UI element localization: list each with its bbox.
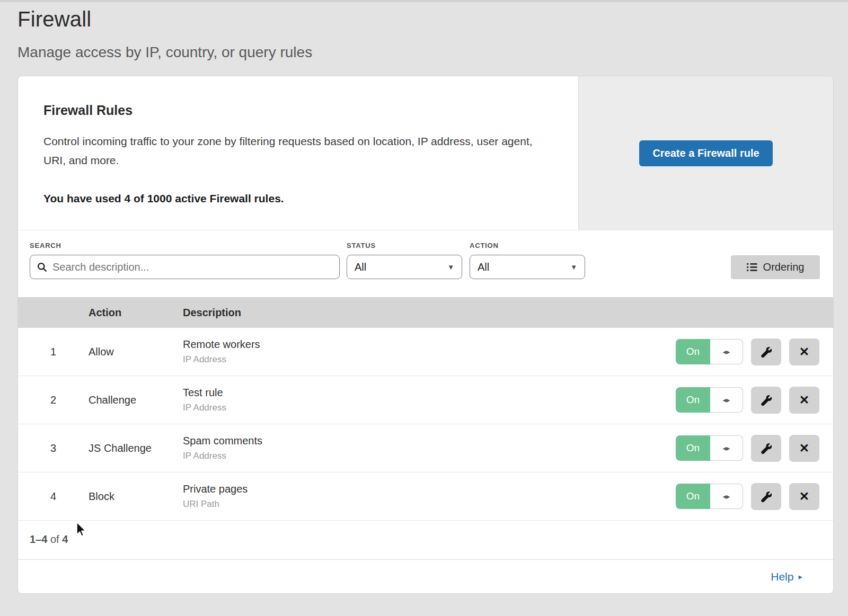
action-select[interactable]: All ▼ (470, 255, 585, 279)
resize-horizontal-icon: ◂▸ (710, 435, 743, 461)
delete-rule-button[interactable]: ✕ (789, 483, 819, 510)
rule-description-cell: Spam comments IP Address (183, 435, 676, 461)
status-select[interactable]: All ▼ (347, 255, 462, 279)
chevron-down-icon: ▼ (447, 263, 454, 271)
search-label: SEARCH (30, 242, 340, 249)
rules-title: Firewall Rules (43, 103, 553, 118)
rule-controls: On ◂▸ ✕ (676, 435, 819, 462)
rule-priority: 3 (18, 442, 89, 454)
rule-controls: On ◂▸ ✕ (676, 387, 819, 414)
rule-enabled-toggle[interactable]: On ◂▸ (676, 435, 743, 461)
page-subtitle: Manage access by IP, country, or query r… (17, 44, 848, 61)
wrench-icon (761, 346, 772, 358)
ordering-button-label: Ordering (763, 261, 805, 273)
action-label: ACTION (470, 242, 585, 249)
edit-rule-button[interactable] (751, 387, 781, 414)
action-selected-value: All (478, 261, 489, 273)
search-box[interactable] (30, 255, 340, 279)
edit-rule-button[interactable] (751, 435, 781, 462)
pagination-status: 1–4 of 4 (18, 521, 833, 559)
status-filter-group: STATUS All ▼ (347, 242, 462, 279)
status-label: STATUS (347, 242, 462, 249)
table-row: 4 Block Private pages URI Path On ◂▸ ✕ (18, 472, 833, 521)
resize-horizontal-icon: ◂▸ (710, 484, 743, 509)
rule-description-cell: Private pages URI Path (183, 483, 676, 510)
pagination-total: 4 (62, 533, 68, 545)
table-row: 2 Challenge Test rule IP Address On ◂▸ ✕ (18, 376, 833, 424)
delete-rule-button[interactable]: ✕ (789, 435, 819, 462)
ordering-button[interactable]: Ordering (731, 255, 820, 279)
rule-priority: 4 (18, 490, 89, 503)
rules-description: Control incoming traffic to your zone by… (43, 132, 552, 170)
toggle-on-state: On (676, 339, 710, 364)
rules-usage-count: You have used 4 of 1000 active Firewall … (43, 192, 553, 205)
action-filter-group: ACTION All ▼ (470, 242, 585, 279)
help-link-label: Help (771, 570, 793, 583)
rule-description: Test rule (183, 387, 676, 399)
x-icon: ✕ (799, 489, 809, 504)
rule-match-type: URI Path (183, 499, 676, 510)
help-bar: Help ▸ (18, 559, 833, 593)
edit-rule-button[interactable] (751, 338, 781, 365)
toggle-on-state: On (676, 387, 710, 413)
wrench-icon (761, 443, 772, 454)
table-header: Action Description (18, 297, 833, 328)
wrench-icon (761, 395, 772, 406)
rule-description-cell: Remote workers IP Address (183, 338, 676, 365)
page-header: Firewall Manage access by IP, country, o… (0, 2, 848, 61)
x-icon: ✕ (799, 345, 809, 359)
search-input[interactable] (52, 261, 333, 273)
table-row: 1 Allow Remote workers IP Address On ◂▸ … (18, 328, 833, 376)
toggle-on-state: On (676, 484, 710, 509)
create-firewall-rule-button[interactable]: Create a Firewall rule (639, 140, 772, 166)
rule-action: Allow (89, 346, 183, 358)
rule-action: Challenge (89, 394, 183, 406)
filter-spacer (585, 242, 731, 279)
search-icon (37, 262, 48, 273)
status-selected-value: All (355, 261, 366, 273)
rule-priority: 1 (18, 346, 89, 358)
help-link[interactable]: Help ▸ (771, 570, 802, 583)
table-row: 3 JS Challenge Spam comments IP Address … (18, 424, 833, 472)
rule-description: Private pages (183, 483, 676, 495)
page-title: Firewall (17, 7, 848, 31)
search-filter-group: SEARCH (30, 242, 340, 279)
rule-enabled-toggle[interactable]: On ◂▸ (676, 339, 743, 364)
action-column-header: Action (89, 307, 183, 319)
delete-rule-button[interactable]: ✕ (789, 387, 819, 414)
wrench-icon (761, 491, 772, 502)
x-icon: ✕ (799, 393, 809, 407)
edit-rule-button[interactable] (751, 483, 781, 510)
resize-horizontal-icon: ◂▸ (710, 339, 743, 364)
description-column-header: Description (183, 307, 833, 319)
chevron-right-icon: ▸ (798, 572, 802, 582)
firewall-rules-card: Firewall Rules Control incoming traffic … (17, 76, 834, 594)
rule-action: JS Challenge (89, 442, 183, 454)
rules-info: Firewall Rules Control incoming traffic … (18, 76, 578, 230)
ordered-list-icon (747, 263, 757, 272)
pagination-of: of (50, 533, 59, 545)
pagination-range: 1–4 (30, 533, 47, 545)
rule-priority: 2 (18, 394, 89, 406)
toggle-on-state: On (676, 435, 710, 461)
delete-rule-button[interactable]: ✕ (789, 338, 819, 365)
resize-horizontal-icon: ◂▸ (710, 387, 743, 413)
x-icon: ✕ (799, 441, 809, 456)
rule-description: Spam comments (183, 435, 676, 447)
rule-match-type: IP Address (183, 451, 676, 461)
chevron-down-icon: ▼ (570, 263, 577, 271)
create-rule-panel: Create a Firewall rule (578, 76, 833, 230)
rule-enabled-toggle[interactable]: On ◂▸ (676, 484, 743, 509)
rules-summary-section: Firewall Rules Control incoming traffic … (18, 76, 833, 230)
filter-bar: SEARCH STATUS All ▼ ACTION All (18, 230, 833, 297)
rule-description-cell: Test rule IP Address (183, 387, 676, 413)
rule-controls: On ◂▸ ✕ (676, 483, 819, 510)
rule-match-type: IP Address (183, 403, 676, 413)
rule-action: Block (89, 490, 183, 503)
rule-controls: On ◂▸ ✕ (676, 338, 819, 365)
rule-description: Remote workers (183, 338, 676, 351)
rule-match-type: IP Address (183, 354, 676, 365)
rule-enabled-toggle[interactable]: On ◂▸ (676, 387, 743, 413)
